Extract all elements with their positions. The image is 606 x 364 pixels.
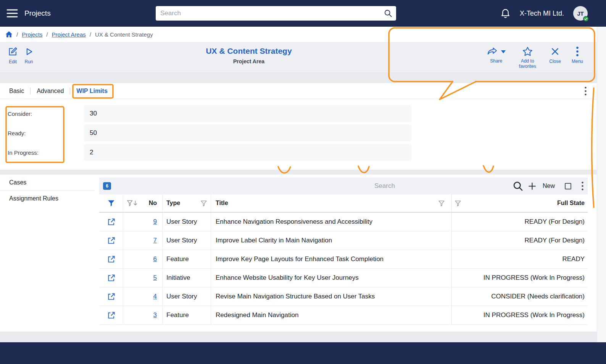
breadcrumb: / Projects / Project Areas / UX & Conten… — [0, 27, 597, 42]
case-type: User Story — [162, 287, 211, 306]
ready-input[interactable] — [84, 125, 411, 141]
side-tab-cases[interactable]: Cases — [0, 175, 95, 191]
run-icon — [24, 47, 34, 58]
edit-icon — [8, 47, 18, 58]
breadcrumb-projects[interactable]: Projects — [22, 31, 42, 38]
breadcrumb-separator: / — [16, 31, 18, 38]
wip-row-in-progress: In Progress: — [8, 144, 597, 161]
open-case-external-link-icon[interactable] — [107, 311, 115, 319]
header-left-actions: Edit Run — [8, 47, 34, 64]
kebab-menu-icon — [576, 47, 579, 58]
menu-label: Menu — [572, 59, 583, 64]
in-progress-input[interactable] — [84, 144, 411, 161]
new-button[interactable]: New — [543, 183, 555, 189]
scrollbar-track[interactable] — [597, 27, 606, 342]
case-type: Feature — [162, 250, 211, 268]
search-icon[interactable] — [384, 9, 392, 18]
consider-input[interactable] — [84, 105, 411, 122]
type-filter-funnel-icon[interactable] — [201, 200, 207, 206]
case-type: Initiative — [162, 269, 211, 287]
case-no-link[interactable]: 6 — [153, 255, 157, 263]
case-title: Improve Key Page Layouts for Enhanced Ta… — [211, 250, 451, 268]
header-title-cell: Title — [211, 194, 451, 212]
share-dropdown-caret-icon[interactable] — [501, 49, 506, 55]
hamburger-menu-icon[interactable] — [6, 8, 18, 19]
case-no-link[interactable]: 9 — [153, 218, 157, 226]
share-button[interactable]: Share — [487, 47, 506, 64]
header-no-cell: No — [123, 194, 162, 212]
header-no-label: No — [149, 200, 157, 207]
table-row: 6 Feature Improve Key Page Layouts for E… — [99, 250, 588, 269]
notifications-bell-icon[interactable] — [500, 8, 511, 19]
header-full-state-label: Full State — [557, 200, 585, 207]
add-to-favorites-label: Add to favorites — [516, 59, 538, 69]
filter-funnel-icon[interactable] — [108, 200, 115, 207]
case-full-state: IN PROGRESS (Work In Progress) — [451, 306, 588, 324]
case-title: Enhance Website Usability for Key User J… — [211, 269, 451, 287]
navbar-right-group: X-Tech MI Ltd. JT — [500, 0, 588, 27]
tabs-kebab-menu-icon[interactable] — [584, 87, 587, 97]
settings-card: Basic Advanced WIP Limits Consider: Read… — [0, 83, 597, 170]
share-label: Share — [490, 58, 502, 64]
open-case-external-link-icon[interactable] — [107, 218, 115, 226]
global-search-input[interactable] — [156, 10, 384, 17]
app-title: Projects — [24, 9, 51, 18]
case-title: Enhance Navigation Responsiveness and Ac… — [211, 213, 451, 231]
run-button[interactable]: Run — [24, 47, 34, 64]
case-full-state: READY — [451, 250, 588, 268]
header-type-cell: Type — [162, 194, 211, 212]
cases-search-icon[interactable] — [513, 181, 523, 191]
table-row: 9 User Story Enhance Navigation Responsi… — [99, 213, 588, 231]
header-title-block: UX & Content Strategy Project Area — [114, 47, 383, 64]
sort-funnel-icon[interactable] — [127, 200, 137, 207]
tab-basic[interactable]: Basic — [9, 88, 30, 95]
header-state-cell: Full State — [451, 194, 588, 212]
company-name: X-Tech MI Ltd. — [520, 10, 564, 18]
breadcrumb-current: UX & Content Strategy — [95, 31, 153, 38]
share-icon — [487, 47, 498, 57]
close-icon — [551, 47, 559, 58]
page-subtitle: Project Area — [114, 58, 383, 64]
case-no-link[interactable]: 7 — [153, 237, 157, 244]
open-case-external-link-icon[interactable] — [107, 255, 115, 263]
case-no-link[interactable]: 5 — [153, 274, 157, 282]
header-title-label: Title — [216, 200, 228, 207]
cases-search-input[interactable] — [374, 182, 508, 190]
footer-bar — [0, 342, 606, 364]
home-icon[interactable] — [5, 31, 13, 38]
multi-select-icon[interactable] — [565, 183, 571, 189]
case-full-state: READY (For Design) — [451, 213, 588, 231]
add-case-plus-icon[interactable] — [528, 182, 537, 191]
tab-advanced[interactable]: Advanced — [31, 88, 70, 95]
title-filter-funnel-icon[interactable] — [438, 200, 445, 206]
cases-toolbar: 6 New — [99, 178, 588, 194]
add-to-favorites-button[interactable]: Add to favorites — [516, 47, 538, 69]
case-no-link[interactable]: 3 — [153, 311, 157, 319]
header-menu-button[interactable]: Menu — [572, 47, 583, 64]
avatar[interactable]: JT — [573, 6, 588, 21]
case-full-state: CONSIDER (Needs clarification) — [451, 287, 588, 306]
run-label: Run — [24, 59, 33, 64]
global-search[interactable] — [156, 6, 396, 21]
case-type: Feature — [162, 306, 211, 324]
case-title: Redesigned Main Navigation — [211, 306, 451, 324]
case-title: Revise Main Navigation Structure Based o… — [211, 287, 451, 306]
ready-label: Ready: — [8, 130, 84, 136]
breadcrumb-project-areas[interactable]: Project Areas — [52, 31, 86, 38]
close-button[interactable]: Close — [549, 47, 561, 64]
case-type: User Story — [162, 231, 211, 250]
side-tab-assignment-rules[interactable]: Assignment Rules — [0, 191, 95, 207]
open-case-external-link-icon[interactable] — [107, 293, 115, 301]
page-header: Edit Run UX & Content Strategy Project A… — [0, 42, 597, 72]
case-no-link[interactable]: 4 — [153, 293, 157, 300]
page-title: UX & Content Strategy — [114, 47, 383, 56]
breadcrumb-separator: / — [90, 31, 91, 38]
toolbar-kebab-menu-icon[interactable] — [581, 181, 584, 191]
consider-label: Consider: — [8, 111, 84, 117]
edit-button[interactable]: Edit — [8, 47, 18, 64]
tab-wip-limits[interactable]: WIP Limits — [70, 88, 114, 95]
open-case-external-link-icon[interactable] — [107, 237, 115, 245]
state-filter-funnel-icon[interactable] — [455, 200, 461, 206]
open-case-external-link-icon[interactable] — [107, 274, 115, 282]
wip-limits-form: Consider: Ready: In Progress: — [0, 99, 597, 161]
